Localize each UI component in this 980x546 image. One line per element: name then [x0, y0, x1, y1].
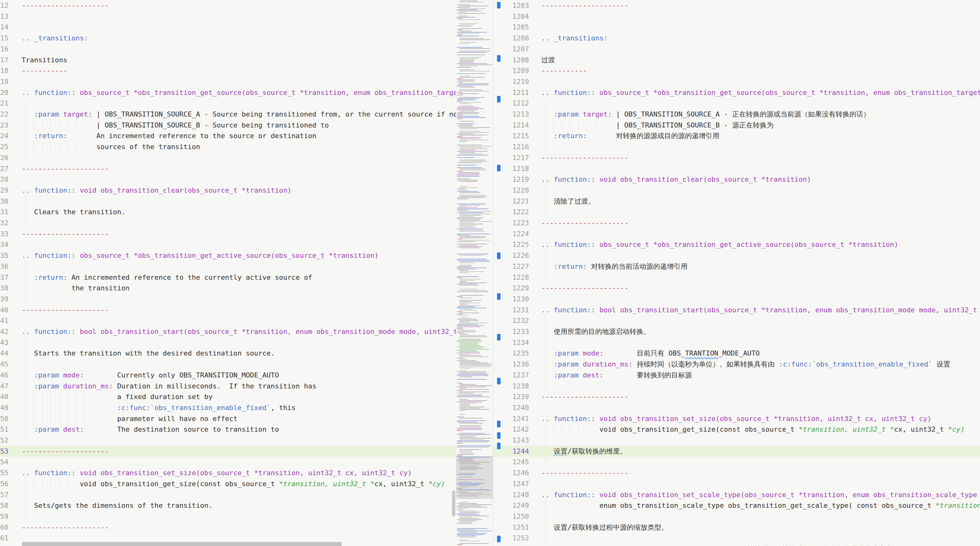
line-number[interactable]: 1224: [493, 229, 529, 239]
line-number[interactable]: 1204: [493, 11, 529, 22]
line-number[interactable]: 1259: [0, 511, 8, 522]
line-number[interactable]: 1244: [0, 348, 8, 359]
code-line[interactable]: 1213: [0, 11, 456, 22]
line-number[interactable]: 1241: [0, 315, 8, 326]
horizontal-scrollbar-thumb[interactable]: [22, 542, 342, 546]
code-line[interactable]: 1243: [0, 337, 456, 348]
code-line[interactable]: 1230: [493, 294, 980, 305]
diff-modified-marker[interactable]: [497, 293, 501, 300]
code-line[interactable]: 1233---------------------: [0, 229, 456, 239]
line-number[interactable]: 1225: [493, 239, 529, 250]
diff-modified-marker[interactable]: [497, 421, 501, 427]
minimap[interactable]: [456, 0, 493, 546]
line-number[interactable]: 1217: [493, 152, 529, 163]
line-number[interactable]: 1240: [0, 305, 8, 316]
diff-modified-marker[interactable]: [497, 55, 501, 62]
line-number[interactable]: 1249: [0, 402, 8, 413]
code-line[interactable]: 1248.. function:: void obs_transition_se…: [493, 489, 980, 500]
line-number[interactable]: 1250: [0, 413, 8, 424]
code-line[interactable]: 1218-----------: [0, 65, 456, 76]
code-line[interactable]: 1219: [0, 76, 456, 87]
line-number[interactable]: 1213: [493, 109, 529, 120]
code-line[interactable]: 1222 :param target: | OBS_TRANSITION_SOU…: [0, 109, 456, 120]
code-line[interactable]: 1233 使用所需的目的地源启动转换。: [493, 326, 980, 337]
code-line[interactable]: 1208过渡: [493, 54, 980, 65]
line-number[interactable]: 1251: [0, 424, 8, 435]
line-number[interactable]: 1237: [0, 272, 8, 283]
code-line[interactable]: 1251 设置/获取转换过程中源的缩放类型。: [493, 522, 980, 533]
code-line[interactable]: 1221: [0, 98, 456, 109]
code-line[interactable]: 1211.. function:: obs_source_t *obs_tran…: [493, 87, 980, 98]
code-line[interactable]: 1229.. function:: void obs_transition_cl…: [0, 185, 456, 196]
line-number[interactable]: 1239: [0, 294, 8, 305]
code-line[interactable]: 1255.. function:: void obs_transition_se…: [0, 467, 456, 478]
line-number[interactable]: 1215: [0, 33, 8, 44]
line-number[interactable]: 1256: [0, 478, 8, 489]
line-number[interactable]: 1245: [0, 359, 8, 370]
line-number[interactable]: 1214: [0, 22, 8, 33]
line-number[interactable]: 1246: [0, 370, 8, 381]
code-line[interactable]: 1253---------------------: [0, 446, 456, 457]
code-line[interactable]: 1246---------------------: [493, 467, 980, 478]
line-number[interactable]: 1232: [0, 217, 8, 229]
line-number[interactable]: 1231: [493, 305, 529, 316]
line-number[interactable]: 1236: [493, 359, 529, 370]
line-number[interactable]: 1253: [0, 446, 8, 457]
line-number[interactable]: 1219: [0, 76, 8, 87]
code-line[interactable]: 1216: [493, 141, 980, 152]
code-line[interactable]: 1223---------------------: [493, 217, 980, 229]
line-number[interactable]: 1222: [493, 206, 529, 217]
line-number[interactable]: 1223: [493, 217, 529, 229]
vertical-scrollbar-thumb[interactable]: [452, 490, 455, 516]
code-line[interactable]: 1237 :param dest: 要转换到的目标源: [493, 370, 980, 381]
code-line[interactable]: 1240: [493, 402, 980, 413]
code-line[interactable]: 1215 :return: 对转换的源源或目的源的递增引用: [493, 130, 980, 141]
code-line[interactable]: 1213 :param target: | OBS_TRANSITION_SOU…: [493, 109, 980, 120]
line-number[interactable]: 1215: [493, 130, 529, 141]
code-line[interactable]: 1232: [493, 315, 980, 326]
code-line[interactable]: 1248 a fixed duration set by: [0, 391, 456, 402]
line-number[interactable]: 1212: [0, 0, 8, 11]
line-number[interactable]: 1229: [0, 185, 8, 196]
code-line[interactable]: 1234: [493, 337, 980, 348]
line-number[interactable]: 1231: [0, 206, 8, 217]
code-line[interactable]: 1220: [493, 185, 980, 196]
line-number[interactable]: 1235: [0, 250, 8, 261]
code-line[interactable]: 1214: [0, 22, 456, 33]
line-number[interactable]: 1232: [493, 315, 529, 326]
line-number[interactable]: 1216: [0, 44, 8, 54]
diff-modified-marker[interactable]: [497, 443, 501, 449]
line-number[interactable]: 1261: [0, 533, 8, 543]
code-line[interactable]: 1245: [0, 359, 456, 370]
code-line[interactable]: 1205: [493, 22, 980, 33]
code-line[interactable]: 1235 :param mode: 目前只有 OBS_TRANTION_MODE…: [493, 348, 980, 359]
code-line[interactable]: 1231 Clears the transition.: [0, 206, 456, 217]
code-line[interactable]: 1259: [0, 511, 456, 522]
line-number[interactable]: 1234: [0, 239, 8, 250]
diff-modified-marker[interactable]: [497, 96, 501, 102]
line-number[interactable]: 1251: [493, 522, 529, 533]
code-line[interactable]: 1243: [493, 435, 980, 446]
code-line[interactable]: 1227---------------------: [0, 163, 456, 174]
line-number[interactable]: 1226: [0, 152, 8, 163]
code-line[interactable]: 1226: [0, 152, 456, 163]
code-line[interactable]: 1239: [0, 294, 456, 305]
diff-modified-marker[interactable]: [497, 334, 501, 341]
line-number[interactable]: 1229: [493, 283, 529, 294]
line-number[interactable]: 1214: [493, 120, 529, 131]
code-line[interactable]: 1249 enum obs_transition_scale_type obs_…: [493, 500, 980, 511]
line-number[interactable]: 1247: [493, 478, 529, 489]
line-number[interactable]: 1227: [0, 163, 8, 174]
code-line[interactable]: 1241.. function:: void obs_transition_se…: [493, 413, 980, 424]
code-line[interactable]: 1234: [0, 239, 456, 250]
line-number[interactable]: 1243: [0, 337, 8, 348]
code-line[interactable]: 1218: [493, 163, 980, 174]
code-line[interactable]: 1210: [493, 76, 980, 87]
code-line[interactable]: 1241: [0, 315, 456, 326]
code-line[interactable]: 1251 :param dest: The destination source…: [0, 424, 456, 435]
code-line[interactable]: 1209-----------: [493, 65, 980, 76]
code-line[interactable]: 1256 void obs_transition_get_size(const …: [0, 478, 456, 489]
diff-modified-marker[interactable]: [497, 252, 501, 259]
editor-pane-chinese[interactable]: 1203---------------------120412051206.. …: [493, 0, 980, 546]
diff-modified-marker[interactable]: [497, 165, 501, 171]
